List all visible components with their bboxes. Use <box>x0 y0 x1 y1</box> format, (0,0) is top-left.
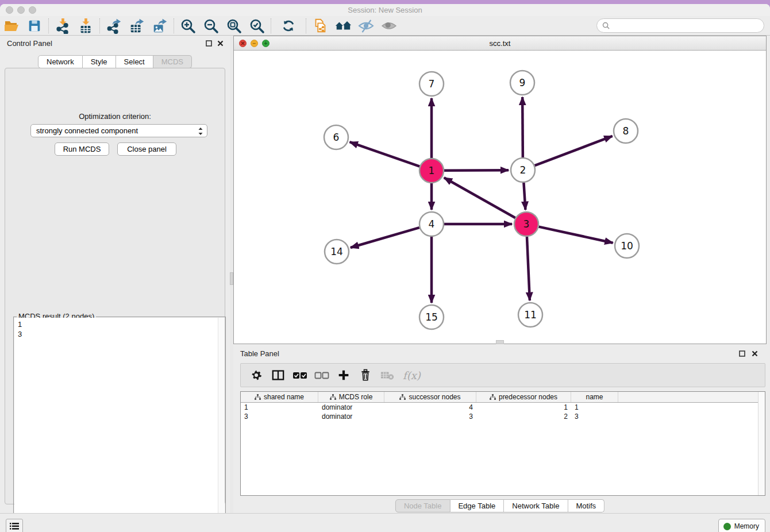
unselect-all-columns-button[interactable] <box>311 365 333 385</box>
checked-boxes-icon <box>292 372 307 379</box>
close-panel-action-button[interactable]: Close panel <box>117 142 176 156</box>
table-settings-button[interactable] <box>245 365 267 385</box>
graph-node-4[interactable]: 4 <box>419 212 444 236</box>
graph-edge-2-3[interactable] <box>523 183 525 210</box>
graph-node-9[interactable]: 9 <box>510 71 534 95</box>
network-graph[interactable]: 7968124314101511 <box>234 51 766 344</box>
graph-node-1[interactable]: 1 <box>419 159 444 183</box>
gear-icon <box>250 369 263 381</box>
network-canvas[interactable]: 7968124314101511 <box>234 51 766 344</box>
tab-style[interactable]: Style <box>83 55 116 68</box>
table-cell[interactable]: 3 <box>241 412 318 421</box>
graph-node-8[interactable]: 8 <box>614 119 638 143</box>
memory-button[interactable]: Memory <box>718 519 765 532</box>
graph-edge-2-8[interactable] <box>535 136 613 165</box>
graph-edge-3-10[interactable] <box>538 227 613 243</box>
table-row[interactable]: 3dominator323 <box>241 412 765 421</box>
show-all-button[interactable] <box>378 17 401 34</box>
graph-edge-3-11[interactable] <box>527 237 530 300</box>
export-image-button[interactable] <box>148 17 171 34</box>
run-mcds-button[interactable]: Run MCDS <box>55 142 109 156</box>
import-table-button[interactable] <box>74 17 97 34</box>
network-resize-handle[interactable] <box>496 340 504 344</box>
graph-node-14[interactable]: 14 <box>325 240 349 264</box>
tab-network[interactable]: Network <box>38 55 83 68</box>
search-field[interactable] <box>596 18 764 33</box>
table-cell[interactable]: 3 <box>571 412 618 421</box>
table-cell[interactable]: 3 <box>384 412 476 421</box>
export-table-button[interactable] <box>125 17 148 34</box>
table-close-button[interactable] <box>750 349 759 357</box>
table-row[interactable]: 1dominator411 <box>241 403 765 412</box>
export-table-icon <box>129 18 145 34</box>
first-neighbors-button[interactable] <box>332 17 355 34</box>
table-cell[interactable]: dominator <box>318 403 384 412</box>
mcds-result-text[interactable]: 1 3 <box>14 318 218 532</box>
table-cell[interactable]: 2 <box>476 412 571 421</box>
graph-edge-1-2[interactable] <box>444 170 509 171</box>
mcds-result-scrollbar[interactable] <box>218 318 225 532</box>
hide-selected-button[interactable] <box>355 17 378 34</box>
tab-network-table[interactable]: Network Table <box>504 499 568 512</box>
graph-node-7[interactable]: 7 <box>419 72 444 96</box>
tab-mcds[interactable]: MCDS <box>153 55 192 68</box>
zoom-out-button[interactable] <box>199 17 222 34</box>
optimization-criterion-label: Optimization criterion: <box>5 112 225 121</box>
save-session-button[interactable] <box>23 17 46 34</box>
graph-edge-3-1[interactable] <box>444 178 515 218</box>
graph-node-3[interactable]: 3 <box>514 212 538 236</box>
zoom-in-button[interactable] <box>176 17 199 34</box>
delete-table-icon <box>380 371 394 380</box>
list-icon <box>10 522 19 530</box>
zoom-selected-button[interactable] <box>245 17 268 34</box>
column-tree-icon <box>490 394 496 400</box>
tab-motifs[interactable]: Motifs <box>568 499 605 512</box>
table-float-button[interactable] <box>738 349 746 357</box>
graph-edge-2-9[interactable] <box>522 97 523 157</box>
column-header-MCDS-role[interactable]: MCDS role <box>318 392 384 402</box>
table-scrollbar[interactable] <box>758 392 765 495</box>
table-cell[interactable]: dominator <box>318 412 384 421</box>
open-file-button[interactable] <box>0 17 23 34</box>
toggle-column-panel-button[interactable] <box>267 365 289 385</box>
svg-text:7: 7 <box>429 78 435 90</box>
close-panel-button[interactable] <box>216 39 224 47</box>
graph-node-10[interactable]: 10 <box>615 234 639 258</box>
table-cell[interactable]: 1 <box>571 403 618 412</box>
tab-node-table[interactable]: Node Table <box>395 499 451 512</box>
zoom-fit-button[interactable] <box>222 17 245 34</box>
optimization-criterion-select[interactable]: strongly connected component <box>30 124 207 137</box>
table-cell[interactable]: 1 <box>241 403 318 412</box>
column-header-successor-nodes[interactable]: successor nodes <box>384 392 476 402</box>
column-tree-icon <box>255 394 261 400</box>
graph-node-6[interactable]: 6 <box>324 125 348 149</box>
column-header-predecessor-nodes[interactable]: predecessor nodes <box>476 392 571 402</box>
svg-text:4: 4 <box>429 218 435 230</box>
delete-table-button[interactable] <box>376 365 398 385</box>
application-window: Session: New Session <box>0 0 770 532</box>
export-network-button[interactable] <box>102 17 125 34</box>
create-column-button[interactable] <box>333 365 355 385</box>
search-input[interactable] <box>613 22 764 30</box>
graph-edge-4-14[interactable] <box>351 228 419 248</box>
float-panel-button[interactable] <box>205 39 213 47</box>
import-network-button[interactable] <box>51 17 74 34</box>
new-network-from-selection-button[interactable] <box>309 17 332 34</box>
graph-node-15[interactable]: 15 <box>419 305 444 329</box>
function-builder-button[interactable]: f(x) <box>403 369 421 381</box>
network-view-window: ✕ − + scc.txt 7968124314101511 <box>233 36 767 344</box>
graph-node-2[interactable]: 2 <box>511 158 535 182</box>
graph-edge-1-6[interactable] <box>350 142 420 166</box>
column-header-shared-name[interactable]: shared name <box>241 392 318 402</box>
table-cell[interactable]: 4 <box>384 403 476 412</box>
refresh-layout-button[interactable] <box>277 17 300 34</box>
control-panel-title: Control Panel <box>7 39 52 48</box>
tab-edge-table[interactable]: Edge Table <box>450 499 504 512</box>
delete-column-button[interactable] <box>355 365 376 385</box>
task-history-button[interactable] <box>6 519 23 532</box>
column-header-name[interactable]: name <box>571 392 618 402</box>
tab-select[interactable]: Select <box>116 55 153 68</box>
select-all-columns-button[interactable] <box>289 365 311 385</box>
table-cell[interactable]: 1 <box>476 403 571 412</box>
graph-node-11[interactable]: 11 <box>518 303 542 327</box>
